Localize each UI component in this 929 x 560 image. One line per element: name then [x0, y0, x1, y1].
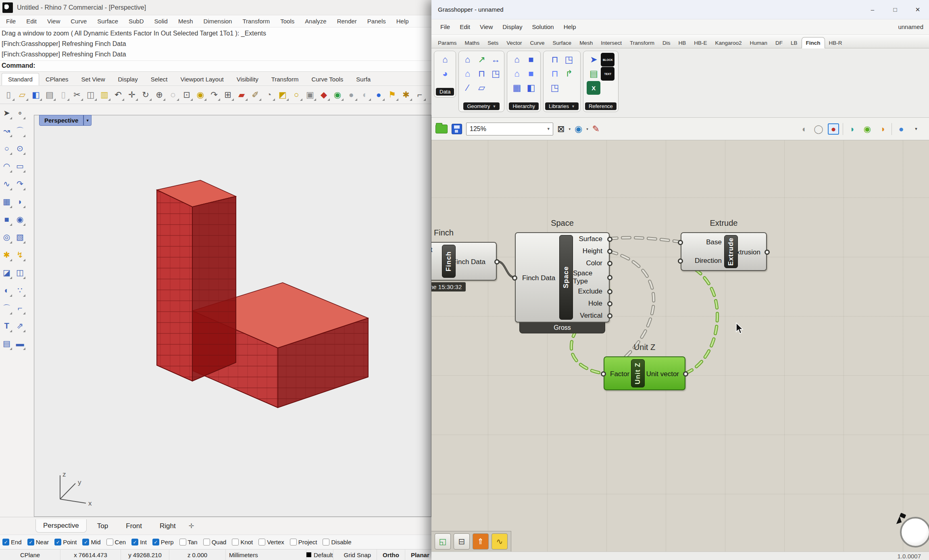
palette-group-label[interactable]: Reference	[585, 102, 617, 110]
library-out-icon[interactable]: ◳	[562, 53, 576, 67]
sphere-icon[interactable]: ◉	[13, 210, 27, 228]
box-icon[interactable]: ■	[0, 210, 13, 228]
rhino-menu-item[interactable]: Help	[391, 15, 414, 27]
component-tab[interactable]: HB	[674, 37, 690, 48]
checkbox[interactable]: ✓	[258, 539, 265, 545]
viewport-tab[interactable]: Top	[90, 520, 115, 533]
polyline-icon[interactable]: ∿	[0, 175, 13, 193]
zoom-icon[interactable]: ⊕	[152, 88, 166, 102]
paint-icon[interactable]: ▬	[13, 335, 27, 352]
undo-icon[interactable]: ↶	[111, 88, 125, 102]
redo-view-icon[interactable]: ↷	[207, 88, 221, 102]
zoom-window-icon[interactable]: ⊡	[180, 88, 194, 102]
finch-component[interactable]: ctsa Finch Finch Data	[431, 242, 497, 281]
component-tab[interactable]: Mesh	[575, 37, 597, 48]
layout-split-icon[interactable]: ◧	[524, 81, 538, 95]
print-icon[interactable]: ▤	[43, 88, 56, 102]
rhino-menu-item[interactable]: Surface	[92, 15, 123, 27]
explode-icon[interactable]: ✱	[0, 246, 13, 264]
mesh-quality-icon[interactable]: ◉	[862, 123, 873, 135]
minimize-button[interactable]: –	[861, 0, 884, 19]
status-segment[interactable]: Millimeters	[226, 550, 306, 560]
rhino-menu-item[interactable]: Solid	[149, 15, 173, 27]
status-toggle[interactable]: Planar	[405, 550, 435, 560]
component-tab[interactable]: LB	[787, 37, 802, 48]
profiler-widget[interactable]: ⇑	[473, 533, 489, 550]
component-tab[interactable]: Finch	[802, 37, 825, 48]
sketch-widget[interactable]: ∿	[492, 533, 508, 550]
component-tab[interactable]: Human	[746, 37, 772, 48]
finch-logo-icon[interactable]: ➤	[587, 53, 600, 67]
osnap-toggle[interactable]: ✓ Int	[131, 539, 147, 545]
render-icon[interactable]: ◆	[317, 88, 331, 102]
output-connector[interactable]	[607, 249, 612, 254]
flag-icon[interactable]: ⚑	[385, 88, 399, 102]
input-connector[interactable]	[678, 258, 683, 264]
status-segment[interactable]: x 76614.473	[60, 550, 121, 560]
layout-lib-icon[interactable]: ◳	[548, 81, 562, 95]
checkbox[interactable]: ✓	[323, 539, 329, 545]
library-up-icon[interactable]: ⊓	[548, 67, 562, 81]
vector-icon[interactable]: ↗	[475, 53, 488, 67]
checkbox[interactable]: ✓	[179, 539, 186, 545]
close-button[interactable]: ✕	[906, 0, 929, 19]
osnap-toggle[interactable]: ✓ Mid	[82, 539, 100, 545]
component-tab[interactable]: DF	[771, 37, 787, 48]
status-segment[interactable]: z 0.000	[169, 550, 226, 560]
sheets-icon[interactable]: ▤	[587, 67, 600, 81]
preview-wireframe-icon[interactable]: ◯	[813, 123, 824, 135]
sketch-pen-icon[interactable]: ✎	[592, 124, 600, 134]
osnap-toggle[interactable]: ✓ Perp	[152, 539, 174, 545]
checkbox[interactable]: ✓	[2, 539, 9, 545]
command-prompt[interactable]: Command:	[0, 60, 431, 72]
bend-surface-icon[interactable]: ◗	[13, 193, 27, 210]
rhino-menu-item[interactable]: Tools	[275, 15, 300, 27]
open-file-icon[interactable]: ▱	[15, 88, 29, 102]
rhino-menu-item[interactable]: File	[1, 15, 21, 27]
chevron-down-icon[interactable]: ▾	[586, 127, 588, 131]
rhino-menu-item[interactable]: Render	[332, 15, 362, 27]
grasshopper-titlebar[interactable]: Grasshopper - unnamed – □ ✕	[431, 0, 929, 19]
checkbox[interactable]: ✓	[27, 539, 34, 545]
osnap-toggle[interactable]: ✓ Knot	[232, 539, 253, 545]
circle-icon[interactable]: ○	[0, 139, 13, 157]
rectangle-icon[interactable]: ▭	[13, 157, 27, 175]
zoom-selected-icon[interactable]: ◉	[194, 88, 207, 102]
blend-icon[interactable]: ◐	[0, 281, 13, 299]
palette-group-label[interactable]: Geometry▼	[463, 102, 500, 110]
mass-up-icon[interactable]: ⌂	[510, 67, 524, 81]
osnap-toggle[interactable]: ✓ End	[2, 539, 22, 545]
output-connector[interactable]	[764, 250, 770, 255]
line-icon[interactable]: ∕	[460, 81, 474, 95]
palette-group-label[interactable]: Data	[436, 88, 454, 96]
viewport-layout-icon[interactable]: ⊞	[221, 88, 235, 102]
fillet-icon[interactable]: ⌒	[0, 299, 13, 317]
block-icon[interactable]: BLOCK	[601, 53, 614, 67]
plane-icon[interactable]: ▱	[475, 81, 488, 95]
toolbar-tab[interactable]: Select	[144, 73, 174, 85]
gear-icon[interactable]: ✱	[399, 88, 413, 102]
lightning-icon[interactable]: ↯	[13, 246, 27, 264]
scale-icon[interactable]: ⇗	[13, 317, 27, 335]
checkbox[interactable]: ✓	[203, 539, 210, 545]
arc-icon[interactable]: ◠	[0, 157, 13, 175]
dimension-icon[interactable]: ↔	[489, 53, 502, 67]
trim-icon[interactable]: ◪	[0, 264, 13, 281]
zoom-dynamic-icon[interactable]: ◌	[166, 88, 180, 102]
zoom-level-select[interactable]: 125% ▾	[466, 123, 553, 135]
toolbar-tab[interactable]: Display	[112, 73, 144, 85]
mass-icon[interactable]: ⌂	[510, 53, 524, 67]
ellipse-icon[interactable]: ⊙	[13, 139, 27, 157]
maximize-button[interactable]: □	[884, 0, 906, 19]
rhino-menu-item[interactable]: SubD	[123, 15, 149, 27]
rendered-sphere-icon[interactable]: ●	[372, 88, 385, 102]
compass-widget[interactable]	[900, 517, 929, 548]
viewport-canvas[interactable]: z y x	[34, 115, 432, 517]
layout-grid-icon[interactable]: ▦	[510, 81, 524, 95]
collapse-widget[interactable]: ⊟	[454, 533, 470, 550]
ghosted-sphere-icon[interactable]: ◐	[358, 88, 372, 102]
add-viewport-button[interactable]: ✛	[186, 522, 196, 530]
draw-selected-icon[interactable]: ◗	[847, 123, 858, 135]
split-icon[interactable]: ◫	[13, 264, 27, 281]
copy-icon[interactable]: ◫	[84, 88, 98, 102]
